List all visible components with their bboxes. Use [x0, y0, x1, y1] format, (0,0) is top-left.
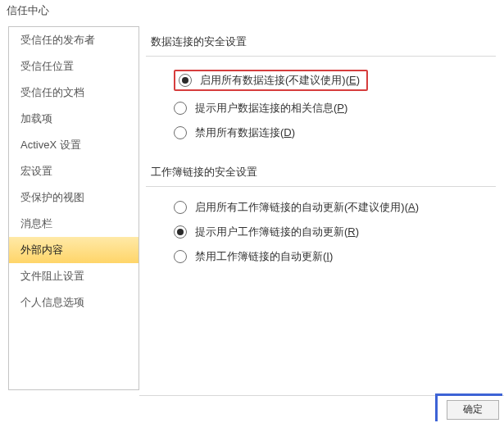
- trust-center-dialog: 信任中心 受信任的发布者受信任位置受信任的文档加载项ActiveX 设置宏设置受…: [0, 0, 504, 423]
- sidebar: 受信任的发布者受信任位置受信任的文档加载项ActiveX 设置宏设置受保护的视图…: [8, 26, 139, 390]
- sidebar-item-9[interactable]: 文件阻止设置: [9, 263, 138, 289]
- main-panel: 数据连接的安全设置启用所有数据连接(不建议使用)(E)提示用户数据连接的相关信息…: [146, 26, 496, 390]
- section-1: 工作簿链接的安全设置启用所有工作簿链接的自动更新(不建议使用)(A)提示用户工作…: [146, 157, 496, 269]
- sidebar-item-5[interactable]: 宏设置: [9, 158, 138, 184]
- radio-option-1-0[interactable]: 启用所有工作簿链接的自动更新(不建议使用)(A): [174, 195, 496, 220]
- radio-indicator[interactable]: [174, 225, 187, 239]
- radio-option-0-2[interactable]: 禁用所有数据连接(D): [174, 121, 496, 145]
- sidebar-item-6[interactable]: 受保护的视图: [9, 184, 138, 211]
- radio-list: 启用所有工作簿链接的自动更新(不建议使用)(A)提示用户工作簿链接的自动更新(R…: [146, 195, 496, 269]
- sidebar-item-3[interactable]: 加载项: [9, 106, 138, 132]
- section-title: 工作簿链接的安全设置: [146, 157, 496, 186]
- sidebar-item-1[interactable]: 受信任位置: [9, 53, 138, 80]
- radio-option-1-1[interactable]: 提示用户工作簿链接的自动更新(R): [174, 220, 496, 244]
- dialog-footer: 确定: [139, 395, 504, 423]
- ok-button[interactable]: 确定: [447, 400, 499, 420]
- radio-indicator[interactable]: [174, 102, 187, 115]
- radio-option-0-1[interactable]: 提示用户数据连接的相关信息(P): [174, 96, 496, 121]
- radio-label: 提示用户工作簿链接的自动更新(R): [195, 225, 359, 239]
- radio-indicator[interactable]: [174, 201, 187, 214]
- section-0: 数据连接的安全设置启用所有数据连接(不建议使用)(E)提示用户数据连接的相关信息…: [146, 26, 496, 145]
- dialog-title: 信任中心: [0, 0, 504, 21]
- radio-label: 启用所有工作簿链接的自动更新(不建议使用)(A): [195, 200, 419, 215]
- radio-option-0-0[interactable]: 启用所有数据连接(不建议使用)(E): [174, 65, 496, 96]
- highlight-box: 启用所有数据连接(不建议使用)(E): [174, 70, 368, 91]
- sidebar-item-10[interactable]: 个人信息选项: [9, 289, 138, 316]
- sidebar-item-2[interactable]: 受信任的文档: [9, 80, 138, 106]
- sidebar-item-4[interactable]: ActiveX 设置: [9, 132, 138, 158]
- radio-label: 提示用户数据连接的相关信息(P): [195, 101, 347, 116]
- radio-indicator[interactable]: [174, 250, 187, 263]
- divider: [146, 186, 496, 187]
- sidebar-item-8[interactable]: 外部内容: [9, 237, 138, 263]
- sidebar-item-0[interactable]: 受信任的发布者: [9, 27, 138, 53]
- radio-label: 禁用工作簿链接的自动更新(I): [195, 249, 333, 264]
- radio-label: 禁用所有数据连接(D): [195, 125, 295, 140]
- radio-indicator[interactable]: [179, 74, 192, 87]
- radio-label: 启用所有数据连接(不建议使用)(E): [200, 73, 360, 88]
- radio-indicator[interactable]: [174, 126, 187, 139]
- radio-list: 启用所有数据连接(不建议使用)(E)提示用户数据连接的相关信息(P)禁用所有数据…: [146, 65, 496, 145]
- divider: [146, 56, 496, 57]
- dialog-body: 受信任的发布者受信任位置受信任的文档加载项ActiveX 设置宏设置受保护的视图…: [0, 21, 504, 390]
- sidebar-item-7[interactable]: 消息栏: [9, 211, 138, 237]
- radio-option-1-2[interactable]: 禁用工作簿链接的自动更新(I): [174, 244, 496, 269]
- section-title: 数据连接的安全设置: [146, 26, 496, 56]
